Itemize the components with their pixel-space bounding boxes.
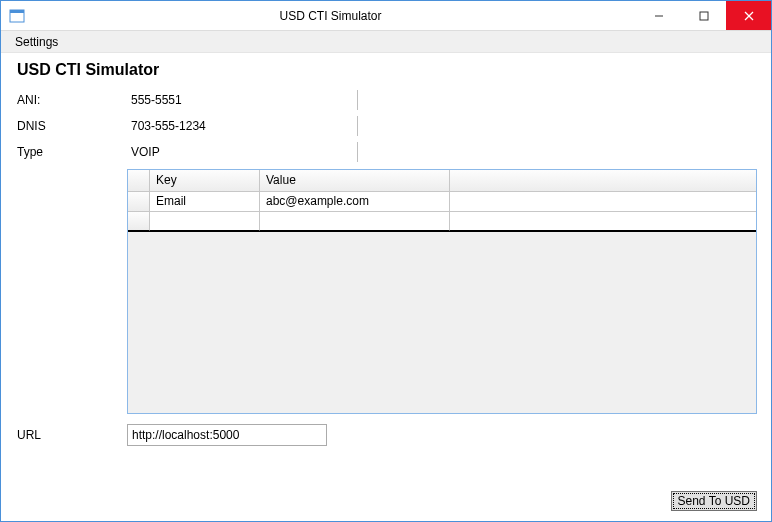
divider [357,90,358,110]
divider [357,142,358,162]
minimize-button[interactable] [636,1,681,30]
window-controls [636,1,771,30]
app-icon [9,8,25,24]
row-header[interactable] [128,212,150,231]
label-ani: ANI: [15,93,127,107]
label-url: URL [15,428,127,442]
titlebar: USD CTI Simulator [1,1,771,31]
grid-header-key[interactable]: Key [150,170,260,192]
row-dnis: DNIS [15,113,757,139]
row-type: Type [15,139,757,165]
input-url[interactable] [127,424,327,446]
close-button[interactable] [726,1,771,30]
footer: Send To USD [1,487,771,521]
grid-corner [128,170,150,192]
menubar: Settings [1,31,771,53]
maximize-button[interactable] [681,1,726,30]
content-area: USD CTI Simulator ANI: DNIS Type Key Val… [1,53,771,487]
cell-key[interactable] [150,212,260,231]
menu-settings[interactable]: Settings [7,33,66,51]
page-title: USD CTI Simulator [17,61,757,79]
grid-header-value[interactable]: Value [260,170,450,192]
svg-rect-1 [10,10,24,13]
divider [357,116,358,136]
cell-value[interactable]: abc@example.com [260,192,450,212]
cell-key[interactable]: Email [150,192,260,212]
input-ani[interactable] [127,89,357,111]
row-header[interactable] [128,192,150,212]
row-ani: ANI: [15,87,757,113]
cell-value[interactable] [260,212,450,231]
cell-empty [450,212,756,231]
data-grid[interactable]: Key Value Email abc@example.com [127,169,757,414]
input-type[interactable] [127,141,357,163]
svg-rect-3 [700,12,708,20]
grid-header-row: Key Value [128,170,756,192]
cell-empty [450,192,756,212]
input-dnis[interactable] [127,115,357,137]
window-title: USD CTI Simulator [25,9,636,23]
label-dnis: DNIS [15,119,127,133]
label-type: Type [15,145,127,159]
grid-header-empty [450,170,756,192]
table-row[interactable]: Email abc@example.com [128,192,756,212]
row-url: URL [15,424,757,446]
send-to-usd-button[interactable]: Send To USD [671,491,758,511]
table-row-new[interactable] [128,212,756,232]
